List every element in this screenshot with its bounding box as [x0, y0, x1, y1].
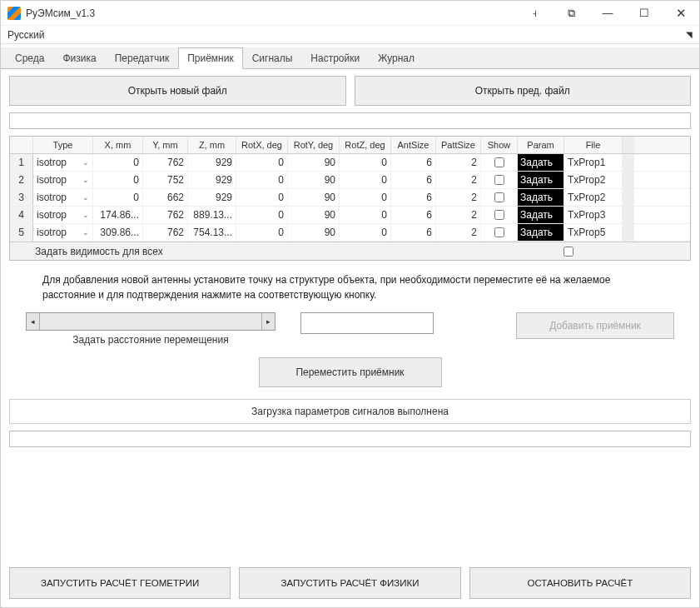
cell-x[interactable]: 0	[93, 154, 143, 171]
chevron-down-icon[interactable]: ⌄	[82, 176, 89, 184]
stop-calc-button[interactable]: ОСТАНОВИТЬ РАСЧЁТ	[469, 567, 691, 599]
cell-roty[interactable]: 90	[288, 189, 340, 206]
col-roty[interactable]: RotY, deg	[288, 137, 340, 153]
cell-pattsize[interactable]: 2	[436, 154, 481, 171]
cell-y[interactable]: 752	[143, 172, 188, 188]
distance-input[interactable]	[300, 312, 434, 334]
param-button[interactable]: Задать	[518, 172, 564, 188]
table-row[interactable]: 4isotrop⌄174.86...762889.13...090062Зада…	[10, 207, 690, 224]
show-checkbox[interactable]	[494, 227, 504, 237]
slider-left-arrow-icon[interactable]: ◂	[27, 313, 40, 330]
tab-env[interactable]: Среда	[6, 47, 53, 68]
param-button[interactable]: Задать	[518, 189, 564, 206]
cell-show[interactable]	[481, 224, 518, 241]
cell-y[interactable]: 762	[143, 154, 188, 171]
table-row[interactable]: 3isotrop⌄0662929090062ЗадатьTxProp2	[10, 189, 690, 207]
cell-file[interactable]: TxProp5	[564, 224, 623, 241]
cell-rotx[interactable]: 0	[236, 224, 288, 241]
cell-type[interactable]: isotrop⌄	[33, 172, 93, 188]
col-z[interactable]: Z, mm	[188, 137, 236, 153]
cell-antsize[interactable]: 6	[391, 189, 436, 206]
show-checkbox[interactable]	[494, 175, 504, 185]
cell-z[interactable]: 889.13...	[188, 207, 236, 223]
chevron-down-icon[interactable]: ⌄	[82, 228, 89, 237]
cell-z[interactable]: 754.13...	[188, 224, 236, 241]
scrollbar-segment[interactable]	[623, 172, 634, 188]
cell-y[interactable]: 762	[143, 207, 188, 223]
maximize-icon[interactable]: ☐	[626, 1, 663, 26]
show-checkbox[interactable]	[494, 157, 504, 167]
col-antsize[interactable]: AntSize	[391, 137, 436, 153]
cell-type[interactable]: isotrop⌄	[33, 154, 93, 171]
cell-antsize[interactable]: 6	[391, 207, 436, 223]
cell-show[interactable]	[481, 207, 518, 223]
table-row[interactable]: 2isotrop⌄0752929090062ЗадатьTxProp2	[10, 172, 690, 189]
cell-file[interactable]: TxProp2	[564, 189, 623, 206]
add-receiver-button[interactable]: Добавить приёмник	[516, 312, 674, 339]
toolstrip-collapse-icon[interactable]: ⫞	[516, 1, 553, 26]
show-checkbox[interactable]	[494, 210, 504, 220]
cell-type[interactable]: isotrop⌄	[33, 224, 93, 241]
tab-rx[interactable]: Приёмник	[178, 47, 243, 69]
cell-rotz[interactable]: 0	[340, 154, 391, 171]
chevron-down-icon[interactable]: ⌄	[82, 193, 89, 202]
close-icon[interactable]: ✕	[663, 1, 699, 26]
param-button[interactable]: Задать	[518, 224, 564, 241]
cell-roty[interactable]: 90	[288, 207, 340, 223]
param-button[interactable]: Задать	[518, 154, 564, 171]
tab-log[interactable]: Журнал	[369, 47, 424, 68]
cell-y[interactable]: 662	[143, 189, 188, 206]
cell-z[interactable]: 929	[188, 189, 236, 206]
file-path-field[interactable]	[9, 112, 691, 129]
cell-type[interactable]: isotrop⌄	[33, 207, 93, 223]
run-physics-button[interactable]: ЗАПУСТИТЬ РАСЧЁТ ФИЗИКИ	[239, 567, 460, 599]
table-row[interactable]: 5isotrop⌄309.86...762754.13...090062Зада…	[10, 224, 690, 242]
cell-rotz[interactable]: 0	[340, 172, 391, 188]
slider-right-arrow-icon[interactable]: ▸	[261, 313, 275, 330]
cell-rotx[interactable]: 0	[236, 172, 288, 188]
chevron-down-icon[interactable]: ⌄	[82, 211, 89, 219]
col-x[interactable]: X, mm	[93, 137, 143, 153]
cell-x[interactable]: 0	[93, 189, 143, 206]
cell-antsize[interactable]: 6	[391, 224, 436, 241]
cell-file[interactable]: TxProp3	[564, 207, 623, 223]
open-prev-file-button[interactable]: Открыть пред. файл	[355, 76, 692, 106]
col-type[interactable]: Type	[33, 137, 93, 153]
cell-x[interactable]: 309.86...	[93, 224, 143, 241]
cell-file[interactable]: TxProp1	[564, 154, 623, 171]
cell-z[interactable]: 929	[188, 172, 236, 188]
cell-rotz[interactable]: 0	[340, 189, 391, 206]
vis-all-checkbox[interactable]	[563, 247, 573, 257]
distance-slider[interactable]: ◂ ▸	[26, 312, 276, 331]
cell-file[interactable]: TxProp2	[564, 172, 623, 188]
tab-tx[interactable]: Передатчик	[106, 47, 179, 68]
cell-rotx[interactable]: 0	[236, 207, 288, 223]
cell-antsize[interactable]: 6	[391, 172, 436, 188]
cell-show[interactable]	[481, 189, 518, 206]
param-button[interactable]: Задать	[518, 207, 564, 223]
scrollbar-segment[interactable]	[623, 207, 634, 223]
cell-show[interactable]	[481, 154, 518, 171]
col-rotz[interactable]: RotZ, deg	[340, 137, 391, 153]
cell-type[interactable]: isotrop⌄	[33, 189, 93, 206]
scrollbar-segment[interactable]	[623, 189, 634, 206]
cell-pattsize[interactable]: 2	[436, 207, 481, 223]
chevron-down-icon[interactable]: ⌄	[82, 158, 89, 167]
scrollbar-segment[interactable]	[623, 224, 634, 241]
cell-rotz[interactable]: 0	[340, 207, 391, 223]
slider-track[interactable]	[40, 313, 261, 330]
cell-z[interactable]: 929	[188, 154, 236, 171]
cell-rotz[interactable]: 0	[340, 224, 391, 241]
col-rotx[interactable]: RotX, deg	[236, 137, 288, 153]
cell-antsize[interactable]: 6	[391, 154, 436, 171]
show-checkbox[interactable]	[494, 192, 504, 202]
menubar-corner-icon[interactable]: ◥	[686, 30, 693, 39]
cell-x[interactable]: 0	[93, 172, 143, 188]
table-row[interactable]: 1isotrop⌄0762929090062ЗадатьTxProp1	[10, 154, 690, 172]
dock-icon[interactable]: ⧉	[553, 1, 589, 26]
cell-rotx[interactable]: 0	[236, 189, 288, 206]
cell-x[interactable]: 174.86...	[93, 207, 143, 223]
col-param[interactable]: Param	[518, 137, 564, 153]
run-geometry-button[interactable]: ЗАПУСТИТЬ РАСЧЁТ ГЕОМЕТРИИ	[9, 567, 231, 599]
cell-rotx[interactable]: 0	[236, 154, 288, 171]
